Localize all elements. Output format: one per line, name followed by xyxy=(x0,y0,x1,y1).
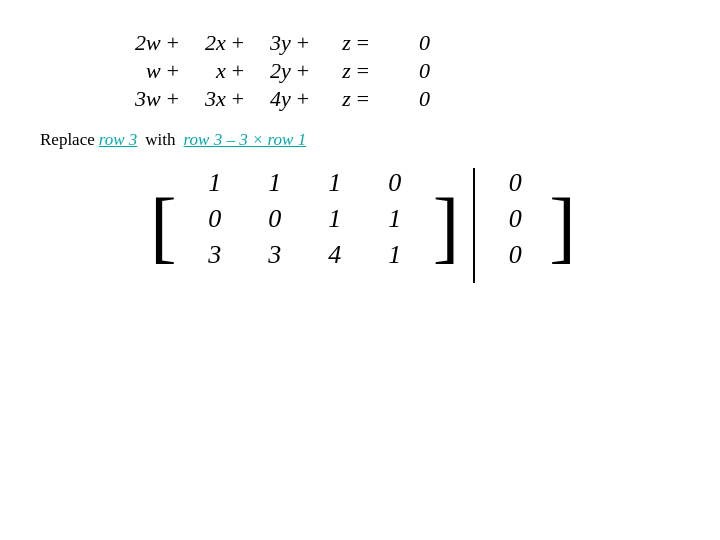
aug-row-1: 0 xyxy=(485,168,545,198)
eq1-term2: 2x + xyxy=(180,30,245,56)
replace-instruction: Replace row 3 with row 3 – 3 × row 1 xyxy=(40,130,680,150)
augmented-separator xyxy=(467,168,481,283)
matrix-section: [ 1 1 1 0 0 0 1 1 3 xyxy=(150,168,680,283)
m1c2: 1 xyxy=(245,168,305,198)
matrix-body: 1 1 1 0 0 0 1 1 3 3 4 1 xyxy=(185,168,425,283)
equation-row-1: 2w + 2x + 3y + z = 0 xyxy=(120,30,680,56)
matrix-row-2: 0 0 1 1 xyxy=(185,204,425,234)
left-bracket: [ xyxy=(150,168,177,283)
with-word: with xyxy=(145,130,175,150)
aug-right-bracket: ] xyxy=(549,168,576,283)
m3c4: 1 xyxy=(365,240,425,270)
eq3-rhs: 0 xyxy=(370,86,430,112)
matrix-row-3: 3 3 4 1 xyxy=(185,240,425,270)
equation-row-3: 3w + 3x + 4y + z = 0 xyxy=(120,86,680,112)
replace-label: Replace xyxy=(40,130,95,150)
eq3-term1: 3w + xyxy=(120,86,180,112)
eq3-term2: 3x + xyxy=(180,86,245,112)
augmented-matrix: [ 1 1 1 0 0 0 1 1 3 xyxy=(150,168,680,283)
equations-top: 2w + 2x + 3y + z = 0 w + x + 2y + z = 0 … xyxy=(120,30,680,112)
eq1-term4: z = xyxy=(310,30,370,56)
m2c3: 1 xyxy=(305,204,365,234)
m3c1: 3 xyxy=(185,240,245,270)
m2c2: 0 xyxy=(245,204,305,234)
eq2-term2: x + xyxy=(180,58,245,84)
aug3: 0 xyxy=(485,240,545,270)
m1c4: 0 xyxy=(365,168,425,198)
eq2-rhs: 0 xyxy=(370,58,430,84)
m1c1: 1 xyxy=(185,168,245,198)
replace-expression: row 3 – 3 × row 1 xyxy=(184,130,307,150)
eq3-term3: 4y + xyxy=(245,86,310,112)
eq1-term3: 3y + xyxy=(245,30,310,56)
eq3-term4: z = xyxy=(310,86,370,112)
eq2-term3: 2y + xyxy=(245,58,310,84)
right-bracket: ] xyxy=(433,168,460,283)
aug2: 0 xyxy=(485,204,545,234)
m2c4: 1 xyxy=(365,204,425,234)
m3c3: 4 xyxy=(305,240,365,270)
replace-target: row 3 xyxy=(99,130,138,150)
m3c2: 3 xyxy=(245,240,305,270)
eq1-term1: 2w + xyxy=(120,30,180,56)
eq2-term4: z = xyxy=(310,58,370,84)
equation-row-2: w + x + 2y + z = 0 xyxy=(120,58,680,84)
matrix-row-1: 1 1 1 0 xyxy=(185,168,425,198)
eq1-rhs: 0 xyxy=(370,30,430,56)
aug-row-2: 0 xyxy=(485,204,545,234)
aug1: 0 xyxy=(485,168,545,198)
m1c3: 1 xyxy=(305,168,365,198)
m2c1: 0 xyxy=(185,204,245,234)
aug-row-3: 0 xyxy=(485,240,545,270)
eq2-term1: w + xyxy=(120,58,180,84)
page-content: 2w + 2x + 3y + z = 0 w + x + 2y + z = 0 … xyxy=(0,0,720,540)
augmented-column: 0 0 0 xyxy=(485,168,545,283)
